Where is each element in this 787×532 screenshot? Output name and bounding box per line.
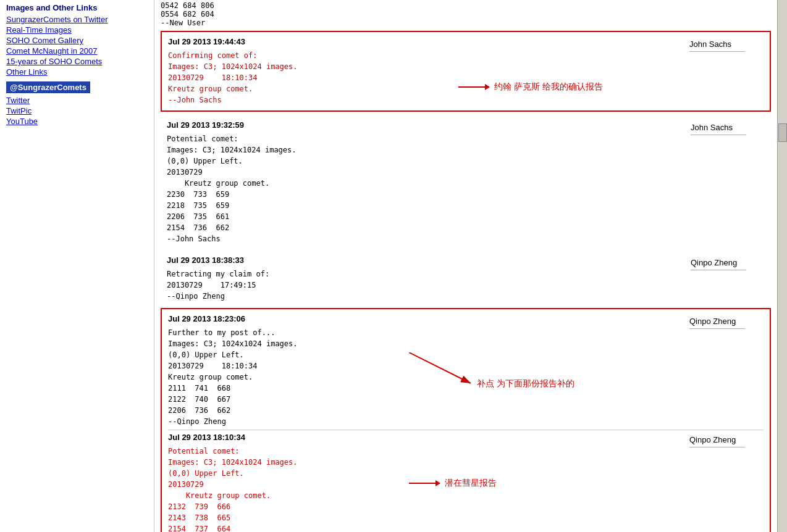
post-2-body: Potential comet: Images: C3; 1024x1024 i… — [167, 133, 691, 244]
main-content: 0542 684 806 0554 682 604 --New User Jul… — [154, 0, 777, 532]
post-2-author-divider — [691, 135, 746, 135]
posts-area: Jul 29 2013 19:44:43 Confirming comet of… — [154, 28, 777, 532]
pre-header-line1: 0542 684 806 — [161, 1, 771, 10]
post-4-author-block: Qinpo Zheng — [689, 314, 764, 427]
sidebar-link-youtube[interactable]: YouTube — [6, 117, 148, 126]
post-3-body: Retracting my claim of: 20130729 17:49:1… — [167, 268, 691, 302]
post-4-author: Qinpo Zheng — [689, 317, 764, 326]
sidebar-link-mcnaught[interactable]: Comet McNaught in 2007 — [6, 46, 148, 56]
post-3-author-divider — [691, 270, 746, 270]
pre-header: 0542 684 806 0554 682 604 --New User — [154, 0, 777, 28]
post-3-content: Jul 29 2013 18:38:33 Retracting my claim… — [167, 256, 691, 302]
post-5-annotation: 潜在彗星报告 — [409, 478, 497, 489]
post-2-content: Jul 29 2013 19:32:59 Potential comet: Im… — [167, 120, 691, 244]
post-group-2: Jul 29 2013 18:23:06 Further to my post … — [161, 308, 771, 532]
post-1-author-divider — [689, 51, 745, 52]
sidebar-links-bottom: Twitter TwitPic YouTube — [6, 96, 148, 126]
sidebar-link-15years[interactable]: 15-years of SOHO Comets — [6, 57, 148, 66]
sidebar-links-top: SungrazerComets on Twitter Real-Time Ima… — [6, 15, 148, 77]
post-4-timestamp: Jul 29 2013 18:23:06 — [168, 314, 689, 323]
post-1-annotation-text: 约翰 萨克斯 给我的确认报告 — [494, 81, 603, 93]
post-2: Jul 29 2013 19:32:59 Potential comet: Im… — [161, 115, 771, 249]
sidebar-link-realtime[interactable]: Real-Time Images — [6, 25, 148, 35]
post-4-annotation: 补点 为下面那份报告补的 — [409, 352, 563, 391]
post-2-author: John Sachs — [691, 123, 765, 132]
sidebar-link-twitpic[interactable]: TwitPic — [6, 106, 148, 115]
post-5-author-divider — [689, 447, 745, 447]
post-3-timestamp: Jul 29 2013 18:38:33 — [167, 256, 691, 265]
post-3-author: Qinpo Zheng — [691, 258, 765, 267]
annotation-line-4 — [409, 352, 471, 383]
sidebar-link-twitter[interactable]: Twitter — [6, 96, 148, 105]
sidebar-link-sungrazer-twitter[interactable]: SungrazerComets on Twitter — [6, 15, 148, 24]
post-4-author-divider — [689, 328, 745, 329]
post-group-divider — [168, 430, 764, 430]
scrollbar-thumb[interactable] — [778, 123, 787, 142]
sidebar: Images and Other Links SungrazerComets o… — [0, 0, 154, 532]
annotation-arrowhead-5 — [436, 480, 440, 486]
post-5-annotation-text: 潜在彗星报告 — [445, 478, 497, 489]
sidebar-handle[interactable]: @SungrazerComets — [6, 81, 90, 93]
sidebar-link-gallery[interactable]: SOHO Comet Gallery — [6, 36, 148, 45]
annotation-arrow-line — [458, 86, 489, 88]
post-2-author-block: John Sachs — [691, 120, 765, 244]
pre-header-line3: --New User — [161, 19, 771, 27]
post-1-body: Confirming comet of: Images: C3; 1024x10… — [168, 50, 689, 106]
post-5-body: Potential comet: Images: C3; 1024x1024 i… — [168, 446, 689, 532]
post-1-timestamp: Jul 29 2013 19:44:43 — [168, 37, 689, 46]
scrollbar[interactable] — [777, 0, 787, 532]
post-5-timestamp: Jul 29 2013 18:10:34 — [168, 433, 689, 442]
post-3: Jul 29 2013 18:38:33 Retracting my claim… — [161, 251, 771, 307]
annotation-arrow-line-5 — [409, 483, 440, 484]
post-1: Jul 29 2013 19:44:43 Confirming comet of… — [161, 31, 771, 112]
pre-header-line2: 0554 682 604 — [161, 10, 771, 19]
post-1-author-block: John Sachs — [689, 37, 764, 106]
post-1-author: John Sachs — [689, 39, 764, 49]
post-5-author-block: Qinpo Zheng — [689, 433, 764, 532]
sidebar-link-other[interactable]: Other Links — [6, 67, 148, 77]
annotation-arrowhead — [485, 84, 490, 90]
sidebar-title: Images and Other Links — [6, 3, 148, 12]
post-1-annotation: 约翰 萨克斯 给我的确认报告 — [458, 81, 603, 93]
post-5-author: Qinpo Zheng — [689, 435, 764, 444]
post-2-timestamp: Jul 29 2013 19:32:59 — [167, 120, 691, 130]
post-3-author-block: Qinpo Zheng — [691, 256, 765, 302]
post-1-content: Jul 29 2013 19:44:43 Confirming comet of… — [168, 37, 689, 106]
post-4-annotation-text: 补点 为下面那份报告补的 — [477, 378, 574, 389]
